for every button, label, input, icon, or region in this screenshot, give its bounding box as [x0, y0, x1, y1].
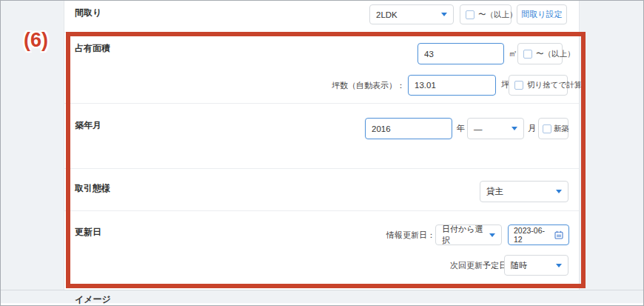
checkbox-icon[interactable]	[466, 10, 474, 19]
tsubo-auto-display-label: 坪数（自動表示）：	[332, 80, 405, 91]
round-down-checkbox-label: 切り捨てで計算	[527, 80, 582, 90]
new-construction-checkbox-label: 新築	[554, 124, 569, 134]
info-update-mode-select[interactable]: 日付から選択	[435, 224, 502, 245]
tsubo-input[interactable]	[408, 75, 496, 96]
update-date-label: 更新日	[75, 226, 101, 239]
new-construction-checkbox-group[interactable]: 新築	[538, 118, 568, 139]
transaction-type-select[interactable]: 貸主	[480, 181, 568, 202]
next-update-select[interactable]: 随時	[504, 255, 568, 276]
row-divider	[64, 32, 579, 33]
info-update-date-input[interactable]: 2023-06-12	[508, 224, 569, 245]
built-month-select-value: —	[474, 124, 483, 133]
occupied-area-label: 占有面積	[75, 42, 110, 55]
transaction-type-select-value: 貸主	[486, 186, 503, 197]
range-checkbox-label: 〜（以上）	[478, 10, 517, 20]
info-update-date-label: 情報更新日：	[386, 230, 435, 241]
area-range-checkbox-group[interactable]: 〜（以上）	[517, 43, 563, 64]
info-update-mode-select-value: 日付から選択	[442, 224, 485, 246]
checkbox-icon[interactable]	[514, 81, 523, 90]
range-checkbox-label: 〜（以上）	[536, 49, 575, 59]
month-unit: 月	[528, 123, 537, 134]
row-divider	[64, 168, 579, 169]
floor-plan-range-checkbox-group[interactable]: 〜（以上）	[460, 4, 511, 24]
round-down-checkbox-group[interactable]: 切り捨てで計算	[509, 75, 568, 96]
chevron-down-icon	[556, 264, 562, 267]
chevron-down-icon	[511, 127, 517, 130]
info-update-date-value: 2023-06-12	[514, 226, 551, 244]
square-meter-unit: ㎡	[509, 48, 517, 59]
transaction-type-label: 取引態様	[75, 182, 110, 195]
chevron-down-icon	[556, 190, 562, 193]
floor-plan-select-value: 2LDK	[376, 10, 398, 19]
checkbox-icon[interactable]	[523, 50, 532, 59]
floor-plan-label: 間取り	[75, 7, 101, 19]
section-divider	[1, 290, 644, 290]
year-unit: 年	[457, 123, 466, 134]
calendar-icon	[554, 230, 563, 239]
floor-plan-settings-button[interactable]: 間取り設定	[517, 4, 567, 24]
checkbox-icon[interactable]	[543, 124, 551, 133]
chevron-down-icon	[441, 13, 447, 16]
chevron-down-icon	[489, 233, 495, 237]
built-date-label: 築年月	[75, 119, 101, 132]
annotation-number-label: (6)	[24, 29, 48, 52]
image-section-label: イメージ	[75, 293, 111, 306]
row-divider	[64, 103, 579, 104]
floor-plan-select[interactable]: 2LDK	[369, 4, 454, 24]
built-month-select[interactable]: —	[467, 118, 524, 139]
next-update-select-value: 随時	[511, 260, 527, 271]
occupied-area-input[interactable]	[417, 43, 504, 64]
row-divider	[64, 210, 579, 211]
built-year-input[interactable]	[365, 118, 452, 139]
